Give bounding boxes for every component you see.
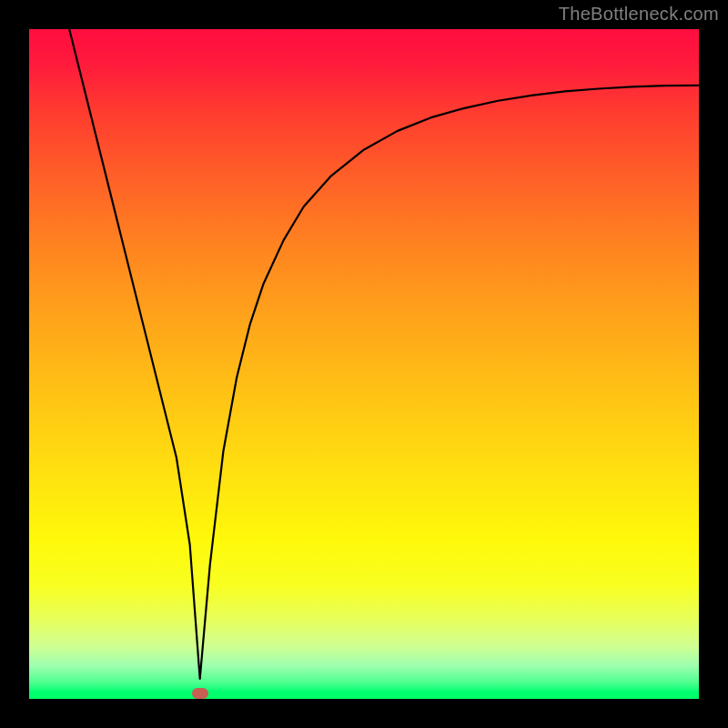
bottleneck-curve bbox=[29, 29, 699, 699]
minimum-marker bbox=[192, 688, 208, 699]
plot-area bbox=[29, 29, 699, 699]
chart-frame: TheBottleneck.com bbox=[0, 0, 728, 728]
watermark-text: TheBottleneck.com bbox=[559, 4, 719, 25]
